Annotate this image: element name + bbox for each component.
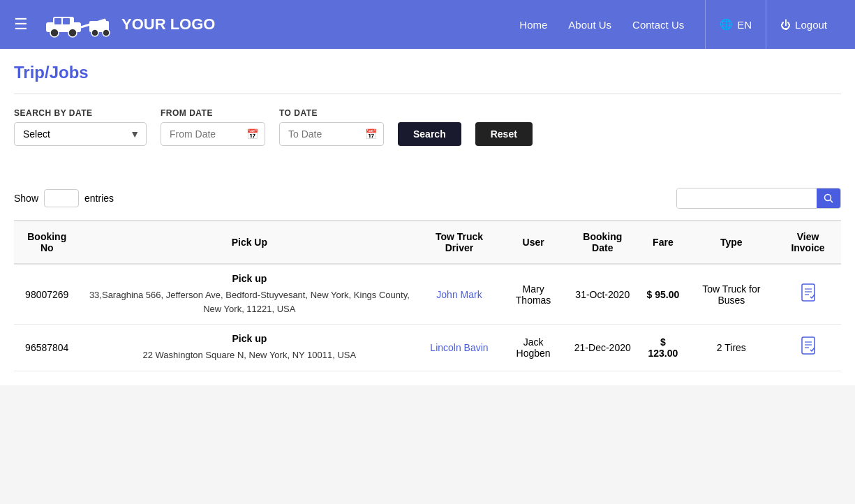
language-selector[interactable]: 🌐 EN	[705, 0, 766, 49]
invoice-2[interactable]	[775, 325, 841, 371]
booking-date-2: 21-Dec-2020	[567, 325, 638, 371]
driver-2: Lincoln Bavin	[419, 325, 500, 371]
col-driver: Tow Truck Driver	[419, 221, 500, 264]
invoice-svg-1	[801, 283, 816, 302]
lang-label: EN	[737, 19, 752, 31]
invoice-svg-2	[801, 336, 816, 355]
table-search-box	[676, 188, 841, 209]
svg-rect-3	[63, 18, 70, 24]
svg-line-12	[831, 200, 833, 203]
table-row: 96587804 Pick up 22 Washington Square N,…	[14, 325, 841, 371]
search-by-date-group: SEARCH BY DATE Select ▼	[14, 108, 147, 146]
invoice-icon-2[interactable]	[801, 342, 816, 357]
svg-point-5	[68, 29, 77, 37]
from-date-label: FROM DATE	[161, 108, 265, 118]
table-section: Show 10 entries Booking No Pick Up Tow T…	[0, 174, 855, 385]
fare-2: $ 123.00	[638, 325, 688, 371]
table-body: 98007269 Pick up 33,Saraghina 566, Jeffe…	[14, 264, 841, 371]
navbar: ☰ YOUR LOGO Home About Us Contact	[0, 0, 855, 49]
table-row: 98007269 Pick up 33,Saraghina 566, Jeffe…	[14, 264, 841, 325]
search-icon	[824, 193, 833, 203]
fare-1: $ 95.00	[638, 264, 688, 325]
to-date-wrapper: 📅	[279, 122, 384, 146]
user-2: Jack Hogben	[500, 325, 567, 371]
invoice-icon-1[interactable]	[801, 289, 816, 304]
pickup-label-2: Pick up	[87, 333, 412, 344]
select-wrapper: Select ▼	[14, 122, 147, 146]
col-pickup: Pick Up	[80, 221, 419, 264]
page-content: Trip/Jobs SEARCH BY DATE Select ▼ FROM D…	[0, 49, 855, 174]
logout-icon: ⏻	[780, 19, 791, 31]
svg-point-9	[103, 29, 110, 36]
nav-about[interactable]: About Us	[568, 19, 611, 31]
table-search-input[interactable]	[677, 188, 817, 208]
to-date-group: TO DATE 📅	[279, 108, 384, 146]
logo: YOUR LOGO	[39, 7, 215, 42]
from-date-wrapper: 📅	[161, 122, 265, 146]
driver-1: John Mark	[419, 264, 500, 325]
show-label: Show	[14, 193, 38, 204]
page-title: Trip/Jobs	[14, 63, 841, 82]
booking-date-1: 31-Oct-2020	[567, 264, 638, 325]
entries-input[interactable]: 10	[44, 189, 79, 207]
show-entries: Show 10 entries	[14, 189, 114, 207]
logo-svg	[39, 7, 116, 42]
to-date-input[interactable]	[279, 122, 384, 146]
pickup-1: Pick up 33,Saraghina 566, Jefferson Ave,…	[80, 264, 419, 325]
menu-icon[interactable]: ☰	[14, 15, 28, 34]
svg-rect-2	[54, 18, 61, 24]
col-type: Type	[688, 221, 775, 264]
data-table: Booking No Pick Up Tow Truck Driver User…	[14, 220, 841, 371]
logo-text: YOUR LOGO	[121, 15, 215, 34]
pickup-2: Pick up 22 Washington Square N, New York…	[80, 325, 419, 371]
nav-contact[interactable]: Contact Us	[632, 19, 684, 31]
search-by-date-label: SEARCH BY DATE	[14, 108, 147, 118]
svg-point-4	[50, 29, 59, 37]
reset-button[interactable]: Reset	[475, 122, 533, 146]
booking-no-1: 98007269	[14, 264, 80, 325]
type-1: Tow Truck for Buses	[688, 264, 775, 325]
table-search-button[interactable]	[817, 188, 840, 208]
logout-label: Logout	[795, 19, 827, 31]
svg-point-8	[91, 29, 98, 36]
nav-links: Home About Us Contact Us	[519, 19, 684, 31]
col-invoice: View Invoice	[775, 221, 841, 264]
search-button[interactable]: Search	[398, 122, 461, 146]
svg-point-11	[825, 195, 831, 201]
table-header: Booking No Pick Up Tow Truck Driver User…	[14, 221, 841, 264]
booking-no-2: 96587804	[14, 325, 80, 371]
pickup-label-1: Pick up	[87, 273, 412, 284]
table-controls: Show 10 entries	[14, 188, 841, 209]
col-booking-no: Booking No	[14, 221, 80, 264]
logout-button[interactable]: ⏻ Logout	[766, 0, 841, 49]
svg-rect-13	[802, 284, 815, 301]
divider	[14, 94, 841, 94]
user-1: Mary Thomas	[500, 264, 567, 325]
col-booking-date: Booking Date	[567, 221, 638, 264]
date-type-select[interactable]: Select	[14, 122, 147, 146]
from-date-input[interactable]	[161, 122, 265, 146]
nav-home[interactable]: Home	[519, 19, 547, 31]
to-date-label: TO DATE	[279, 108, 384, 118]
svg-rect-17	[802, 337, 815, 354]
globe-icon: 🌐	[720, 18, 733, 31]
entries-label: entries	[84, 193, 114, 204]
navbar-right: 🌐 EN ⏻ Logout	[705, 0, 841, 49]
pickup-address-1: 33,Saraghina 566, Jefferson Ave, Bedford…	[87, 288, 412, 316]
col-user: User	[500, 221, 567, 264]
filter-bar: SEARCH BY DATE Select ▼ FROM DATE 📅 TO D…	[14, 108, 841, 146]
from-date-group: FROM DATE 📅	[161, 108, 265, 146]
pickup-address-2: 22 Washington Square N, New York, NY 100…	[87, 348, 412, 362]
col-fare: Fare	[638, 221, 688, 264]
invoice-1[interactable]	[775, 264, 841, 325]
type-2: 2 Tires	[688, 325, 775, 371]
